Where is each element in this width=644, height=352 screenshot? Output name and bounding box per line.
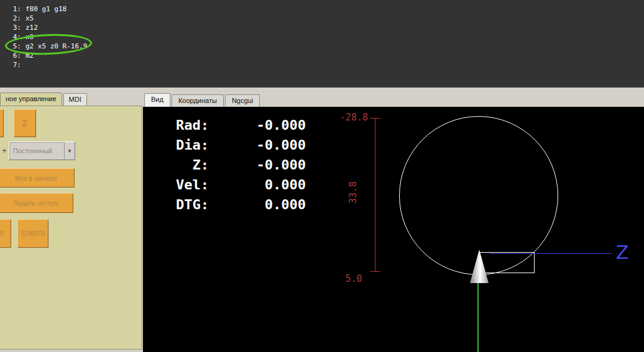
set-offset-button[interactable]: Задать отступ — [0, 193, 73, 213]
left-panel-body: Z + Постоянный ▼ Все в начало Задать отс… — [0, 106, 142, 350]
gcode-line-highlighted[interactable]: 5:g2 x5 z0 R-16.9 — [0, 42, 644, 51]
tab-mdi[interactable]: MDI — [63, 93, 87, 106]
preview-panel: Вид Координаты Ngcgui Rad: -0.000 Dia: -… — [143, 92, 644, 352]
feed-mode-value: Постоянный — [9, 147, 64, 155]
tab-manual-control[interactable]: ное управление — [0, 93, 62, 106]
gcode-line-text: x5 — [21, 14, 34, 22]
dro-readouts: Rad: -0.000 Dia: -0.000 Z: -0.000 Vel: 0… — [172, 115, 306, 215]
z-axis-label: Z — [612, 242, 633, 263]
dimension-label-top: -28.8 — [326, 112, 368, 123]
home-all-button[interactable]: Все в начало — [0, 168, 75, 187]
gcode-line-number: 2: — [12, 14, 21, 23]
dro-row-dtg: DTG: 0.000 — [172, 195, 306, 215]
left-tabbar: ное управление MDI — [0, 92, 143, 106]
x-axis-line-green — [477, 283, 479, 352]
gcode-line-number: 4: — [12, 32, 21, 42]
axis-button-partial[interactable] — [0, 109, 4, 137]
dro-label: DTG: — [172, 195, 209, 215]
tab-view[interactable]: Вид — [144, 93, 170, 107]
dro-value: 0.000 — [209, 175, 306, 195]
right-tabbar: Вид Координаты Ngcgui — [143, 92, 644, 107]
gcode-panel: 1:f80 g1 g18 2:x5 3:z12 4:x0 5:g2 x5 z0 … — [0, 0, 644, 88]
gcode-line-text — [21, 61, 25, 69]
axis-z-button[interactable]: Z — [14, 109, 36, 137]
tab-ngcgui[interactable]: Ngcgui — [225, 94, 260, 107]
gcode-line[interactable]: 3:z12 — [0, 23, 644, 32]
dimension-line — [375, 118, 375, 272]
gcode-line-number: 3: — [12, 23, 21, 32]
dro-row-z: Z: -0.000 — [172, 155, 306, 175]
gcode-line-text: m2 — [21, 52, 34, 60]
dimension-tick-bottom — [370, 271, 380, 272]
gcode-line[interactable]: 4:x0 — [0, 32, 644, 42]
increment-plus-button[interactable]: + — [1, 145, 8, 157]
gcode-line-number: 7: — [12, 60, 21, 70]
gcode-line-number: 6: — [12, 51, 21, 60]
dro-value: -0.000 — [209, 115, 306, 135]
dro-value: -0.000 — [209, 135, 306, 155]
z-axis-line — [490, 253, 612, 254]
gcode-line[interactable]: 7: — [0, 60, 644, 70]
dro-row-rad: Rad: -0.000 — [172, 115, 306, 135]
dro-value: -0.000 — [209, 155, 306, 175]
gcode-line[interactable]: 2:x5 — [0, 14, 644, 23]
toolpath-circle — [399, 116, 558, 275]
toolpath-rectangle — [480, 252, 535, 273]
gcode-line-text: g2 x5 z0 R-16.9 — [21, 42, 87, 50]
feed-mode-dropdown[interactable]: Постоянный ▼ — [9, 142, 75, 160]
gcode-line[interactable]: 6:m2 — [0, 51, 644, 60]
dro-row-dia: Dia: -0.000 — [172, 135, 306, 155]
gcode-line-text: x0 — [21, 33, 34, 41]
gcode-line-number: 1: — [12, 4, 21, 14]
dro-label: Vel: — [172, 175, 209, 195]
dimension-tick-top — [370, 118, 380, 119]
start-button[interactable]: STARTR — [17, 219, 48, 248]
stop-button[interactable]: OP — [0, 219, 11, 248]
dro-label: Z: — [172, 155, 209, 175]
manual-control-panel: ное управление MDI Z + Постоянный ▼ Все … — [0, 92, 143, 350]
dro-label: Dia: — [172, 135, 209, 155]
dro-row-vel: Vel: 0.000 — [172, 175, 306, 195]
gcode-line-number: 5: — [12, 42, 21, 51]
dimension-label-side: 33.8 — [347, 178, 360, 207]
tab-coordinates[interactable]: Координаты — [172, 94, 224, 107]
gcode-line-text: z12 — [21, 24, 38, 32]
gcode-line[interactable]: 1:f80 g1 g18 — [0, 4, 644, 14]
dro-label: Rad: — [172, 115, 209, 135]
chevron-down-icon[interactable]: ▼ — [64, 142, 75, 160]
dimension-label-bottom: 5.0 — [339, 273, 368, 284]
preview-canvas[interactable]: Rad: -0.000 Dia: -0.000 Z: -0.000 Vel: 0… — [143, 107, 644, 352]
dro-value: 0.000 — [209, 195, 306, 215]
gcode-line-text: f80 g1 g18 — [21, 5, 67, 13]
